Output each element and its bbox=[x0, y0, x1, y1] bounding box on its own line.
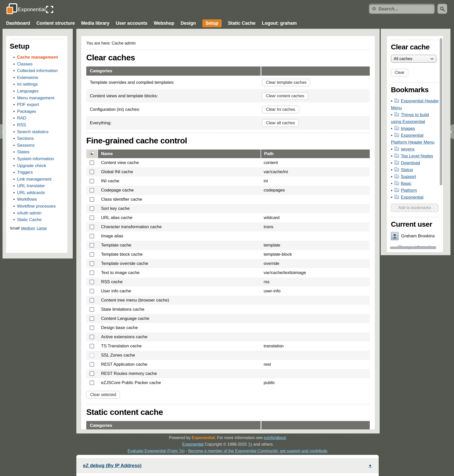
checkbox-character-transformation-cache[interactable] bbox=[90, 225, 94, 229]
checkbox-content-tree-menu-browser-cache[interactable] bbox=[90, 298, 94, 303]
checkbox-ezjscore-public-packer-cache[interactable] bbox=[90, 380, 94, 385]
folder-icon bbox=[394, 161, 399, 165]
checkbox-sort-key-cache[interactable] bbox=[90, 206, 94, 211]
search-button[interactable] bbox=[437, 4, 447, 14]
checkbox-template-block-cache[interactable] bbox=[90, 252, 94, 257]
ezinfo-about-link[interactable]: ezinfo/about bbox=[264, 436, 286, 440]
checkbox-url-alias-cache[interactable] bbox=[90, 215, 94, 220]
checkbox-rss-cache[interactable] bbox=[90, 280, 94, 284]
toggle-selection-icon[interactable] bbox=[90, 152, 94, 156]
clear-selected-button[interactable]: Clear selected bbox=[86, 391, 120, 399]
sidebar-link-menu-management[interactable]: Menu management bbox=[17, 96, 54, 100]
nav-item-webshop[interactable]: Webshop bbox=[154, 21, 174, 26]
clear-content-caches-button[interactable]: Clear content caches bbox=[262, 92, 308, 100]
fullscreen-icon[interactable] bbox=[46, 6, 53, 13]
checkbox-codepage-cache[interactable] bbox=[90, 188, 94, 193]
sidebar-link-triggers[interactable]: Triggers bbox=[17, 170, 33, 175]
sidebar-link-rss[interactable]: RSS bbox=[17, 123, 26, 127]
nav-item-setup[interactable]: Setup bbox=[202, 19, 222, 27]
sidebar-link-static-cache[interactable]: Static Cache bbox=[17, 217, 41, 222]
nav-item-media-library[interactable]: Media library bbox=[81, 21, 109, 26]
exponential-link[interactable]: Exponential bbox=[182, 442, 204, 446]
bookmark-link-status[interactable]: Status bbox=[401, 167, 413, 172]
sidebar-link-link-management[interactable]: Link management bbox=[17, 177, 51, 182]
select-toggle-cell[interactable] bbox=[86, 149, 97, 158]
cache-name: Content view cache bbox=[97, 160, 260, 165]
nav-item-dashboard[interactable]: Dashboard bbox=[6, 21, 30, 26]
checkbox-cell bbox=[86, 362, 97, 367]
cache-name: Text to image cache bbox=[97, 270, 260, 275]
sidebar-link-ini-settings[interactable]: Ini settings bbox=[17, 82, 38, 87]
bookmark-link-sevenx[interactable]: sevenx bbox=[401, 147, 415, 152]
bookmark-link-top-level-nodes[interactable]: Top Level Nodes bbox=[401, 154, 433, 158]
debug-collapse-toggle[interactable]: ▼ bbox=[368, 464, 372, 468]
evaluate-link[interactable]: Evaluate Exponential (From 7x) bbox=[127, 449, 185, 453]
community-link[interactable]: Become a member of the Exponential Commu… bbox=[188, 449, 328, 453]
checkbox-design-base-cache[interactable] bbox=[90, 325, 94, 330]
user-link-change-password[interactable]: Change password bbox=[398, 252, 433, 252]
sidebar-link-sections[interactable]: Sections bbox=[17, 136, 34, 141]
nav-item-content-structure[interactable]: Content structure bbox=[36, 21, 75, 26]
bookmark-link-images[interactable]: Images bbox=[401, 126, 415, 131]
checkbox-active-extensions-cache[interactable] bbox=[90, 335, 94, 339]
checkbox-rest-application-cache[interactable] bbox=[90, 362, 94, 367]
sidebar-link-oauth-admin[interactable]: oAuth admin bbox=[17, 211, 41, 215]
vertical-scrollbar-thumb[interactable] bbox=[440, 38, 442, 185]
sidebar-link-languages[interactable]: Languages bbox=[17, 89, 38, 93]
clear-ini-caches-button[interactable]: Clear Ini caches bbox=[262, 106, 299, 113]
clear-all-caches-button[interactable]: Clear all caches bbox=[262, 119, 299, 127]
checkbox-user-info-cache[interactable] bbox=[90, 289, 94, 293]
bookmark-link-basic[interactable]: Basic bbox=[401, 181, 412, 186]
sidebar-link-collected-information[interactable]: Collected information bbox=[17, 68, 58, 73]
sidebar-link-upgrade-check[interactable]: Upgrade check bbox=[17, 163, 46, 168]
footer-brand-link[interactable]: Exponential bbox=[192, 436, 215, 440]
size-link-large[interactable]: Large bbox=[37, 226, 47, 230]
checkbox-global-ini-cache[interactable] bbox=[90, 170, 94, 174]
exponential-logo-icon[interactable] bbox=[6, 3, 18, 15]
checkbox-content-language-cache[interactable] bbox=[90, 316, 94, 321]
bookmark-link-support[interactable]: Support bbox=[401, 174, 416, 179]
checkbox-template-override-cache[interactable] bbox=[90, 261, 94, 266]
sidebar-link-url-translator[interactable]: URL translator bbox=[17, 183, 45, 188]
sidebar-link-classes[interactable]: Classes bbox=[17, 62, 32, 66]
sidebar-link-cache-management[interactable]: Cache management bbox=[17, 55, 58, 60]
cache-path: override bbox=[260, 261, 370, 266]
checkbox-text-to-image-cache[interactable] bbox=[90, 270, 94, 275]
7x-link[interactable]: 7x bbox=[248, 442, 252, 446]
checkbox-ts-translation-cache[interactable] bbox=[90, 344, 94, 348]
cache-row-state-limitations-cache: State limitations cache bbox=[86, 305, 370, 314]
nav-item-logout-graham[interactable]: Logout: graham bbox=[262, 21, 297, 26]
horizontal-scrollbar-thumb[interactable] bbox=[390, 247, 436, 249]
checkbox-cell bbox=[86, 325, 97, 330]
checkbox-state-limitations-cache[interactable] bbox=[90, 307, 94, 312]
sidebar-link-extensions[interactable]: Extensions bbox=[17, 75, 38, 80]
checkbox-rest-routes-memory-cache[interactable] bbox=[90, 371, 94, 376]
checkbox-image-alias[interactable] bbox=[90, 234, 94, 238]
sidebar-link-sessions[interactable]: Sessions bbox=[17, 143, 35, 148]
sidebar-link-workflows[interactable]: Workflows bbox=[17, 197, 37, 202]
bookmark-link-download[interactable]: Download bbox=[401, 160, 420, 165]
checkbox-content-view-cache[interactable] bbox=[90, 160, 94, 165]
nav-item-design[interactable]: Design bbox=[181, 21, 196, 26]
sidebar-link-packages[interactable]: Packages bbox=[17, 109, 36, 114]
bookmark-link-platform[interactable]: Platform bbox=[401, 188, 417, 193]
cache-type-select[interactable]: All caches bbox=[391, 55, 436, 63]
clear-cache-button[interactable]: Clear bbox=[391, 69, 408, 76]
checkbox-ini-cache[interactable] bbox=[90, 179, 94, 183]
checkbox-class-identifier-cache[interactable] bbox=[90, 197, 94, 202]
bookmark-link-exponential[interactable]: Exponential bbox=[401, 195, 423, 200]
checkbox-template-cache[interactable] bbox=[90, 243, 94, 248]
sidebar-link-system-information[interactable]: System information bbox=[17, 156, 54, 161]
sidebar-link-pdf-export[interactable]: PDF export bbox=[17, 102, 39, 107]
clear-template-caches-button[interactable]: Clear template caches bbox=[262, 79, 310, 86]
sidebar-link-url-wildcards[interactable]: URL wildcards bbox=[17, 190, 45, 195]
sidebar-link-workflow-processes[interactable]: Workflow processes bbox=[17, 204, 56, 209]
search-input[interactable] bbox=[378, 6, 432, 12]
sidebar-link-search-statistics[interactable]: Search statistics bbox=[17, 129, 49, 134]
sidebar-link-states[interactable]: States bbox=[17, 149, 29, 154]
nav-item-user-accounts[interactable]: User accounts bbox=[116, 21, 147, 26]
sidebar-link-rad[interactable]: RAD bbox=[17, 116, 26, 120]
size-link-medium[interactable]: Medium bbox=[21, 226, 35, 230]
ez-debug-link[interactable]: eZ debug (By IP Address) bbox=[83, 463, 141, 468]
nav-item-static-cache[interactable]: Static Cache bbox=[228, 21, 256, 26]
